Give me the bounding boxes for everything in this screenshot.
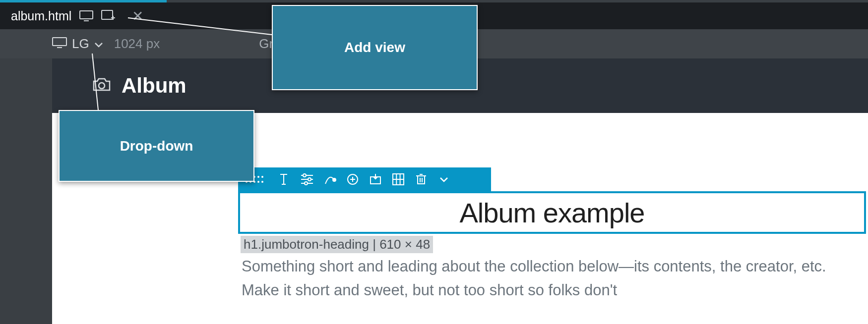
callout-add-view: Add view [272, 5, 478, 90]
svg-point-17 [261, 181, 263, 183]
delete-trash-icon[interactable] [410, 167, 433, 191]
svg-rect-2 [102, 10, 113, 19]
jumbotron-heading[interactable]: Album example [460, 197, 645, 229]
paint-style-icon[interactable] [318, 167, 341, 191]
settings-sliders-icon[interactable] [296, 167, 318, 191]
callout-add-view-label: Add view [344, 40, 405, 55]
add-circle-icon[interactable] [341, 167, 364, 191]
svg-point-12 [261, 176, 263, 178]
callout-dropdown-label: Drop-down [120, 138, 193, 154]
desktop-icon [52, 36, 67, 52]
svg-point-16 [257, 181, 259, 183]
svg-point-27 [333, 178, 336, 181]
canvas-width[interactable]: 1024 px [114, 36, 160, 52]
svg-rect-5 [53, 38, 66, 46]
add-view-icon[interactable] [101, 10, 115, 22]
selection-info-label: h1.jumbotron-heading | 610 × 48 [241, 236, 433, 253]
breakpoint-label: LG [72, 36, 89, 52]
more-chevron-icon[interactable] [433, 167, 455, 191]
insert-into-icon[interactable] [364, 167, 387, 191]
selection-toolbar[interactable] [238, 167, 491, 191]
site-brand[interactable]: Album [122, 74, 186, 98]
svg-point-24 [308, 178, 311, 181]
selected-element-outline[interactable]: Album example [238, 191, 866, 234]
close-tab-icon[interactable]: ✕ [132, 8, 143, 24]
edit-text-icon[interactable] [273, 167, 296, 191]
svg-rect-0 [80, 11, 93, 19]
svg-point-7 [99, 83, 105, 89]
svg-point-22 [303, 174, 306, 177]
svg-point-26 [305, 182, 308, 185]
chevron-down-icon [94, 38, 103, 51]
camera-icon [92, 77, 112, 95]
tab-filename: album.html [11, 9, 71, 23]
canvas[interactable]: Album [52, 58, 868, 324]
grid-layout-icon[interactable] [387, 167, 410, 191]
lead-paragraph[interactable]: Something short and leading about the co… [242, 255, 864, 302]
breakpoint-dropdown[interactable]: LG [52, 36, 103, 52]
file-tab[interactable]: album.html ✕ [0, 2, 154, 29]
device-preview-icon[interactable] [79, 10, 93, 21]
callout-dropdown: Drop-down [59, 110, 254, 182]
svg-point-11 [257, 176, 259, 178]
